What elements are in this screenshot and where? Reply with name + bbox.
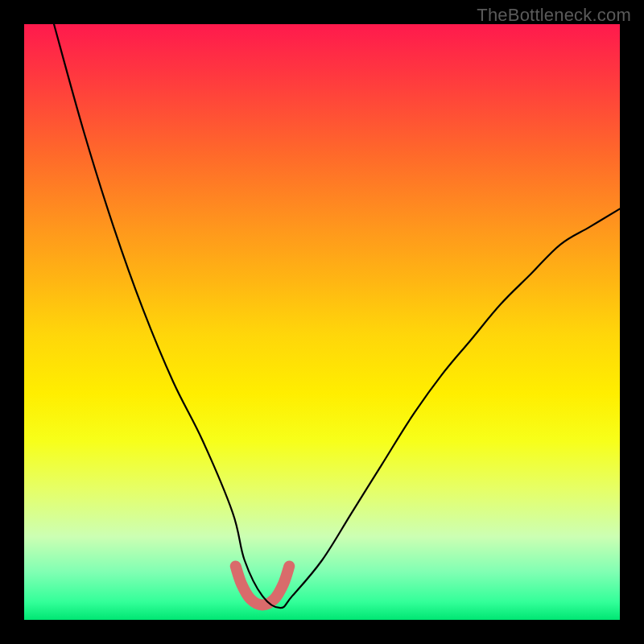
bottleneck-curve-line: [54, 24, 620, 608]
curve-layer: [24, 24, 620, 620]
watermark-text: TheBottleneck.com: [477, 5, 631, 26]
plot-area: [24, 24, 620, 620]
chart-frame: TheBottleneck.com: [0, 0, 644, 644]
optimal-band-line: [236, 566, 290, 605]
